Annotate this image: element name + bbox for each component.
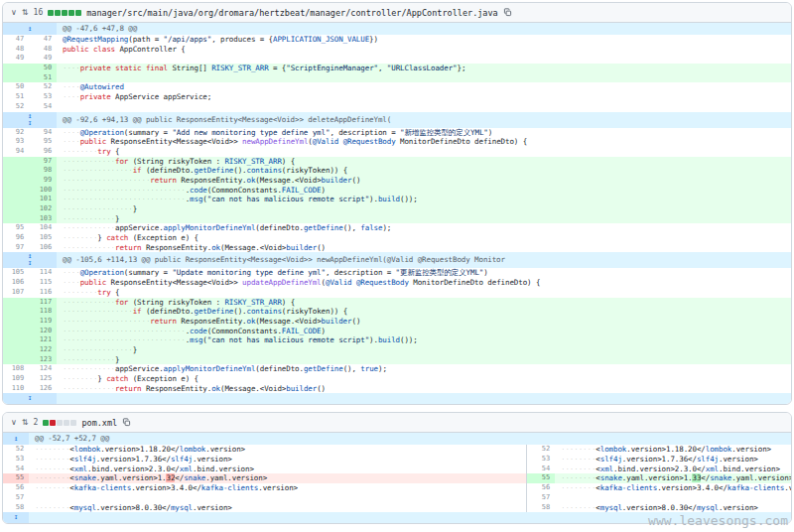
old-line-number[interactable] (3, 73, 29, 83)
new-line-number[interactable]: 123 (29, 355, 57, 365)
old-line-number[interactable]: 49 (3, 54, 29, 64)
new-line-number[interactable]: 47 (29, 35, 57, 45)
old-line-number[interactable]: 109 (3, 374, 29, 384)
new-line-number[interactable]: 57 (527, 493, 555, 503)
expand-up-button[interactable]: ↥ (3, 23, 57, 35)
old-line-number[interactable]: 94 (3, 147, 29, 157)
new-line-number[interactable]: 54 (29, 102, 57, 112)
old-line-number[interactable]: 93 (3, 137, 29, 147)
old-line-number[interactable]: 47 (3, 35, 29, 45)
old-line-number[interactable] (3, 317, 29, 327)
new-line-number[interactable]: 48 (29, 45, 57, 55)
old-line-number[interactable]: 50 (3, 82, 29, 92)
old-line-number[interactable]: 51 (3, 92, 29, 102)
expand-up-button[interactable]: ↥ (3, 433, 29, 445)
new-line-number[interactable]: 105 (29, 233, 57, 243)
new-line-number[interactable]: 52 (29, 82, 57, 92)
code-token: xml (180, 465, 193, 473)
new-line-number[interactable]: 122 (29, 345, 57, 355)
expand-down-button[interactable]: ↧ (3, 393, 57, 404)
diff-line-pair: 56········<kafka-clients.version>3.4.0</… (3, 483, 791, 493)
copy-path-icon[interactable] (122, 418, 131, 427)
new-line-number[interactable]: 102 (29, 204, 57, 214)
expand-all-icon[interactable]: ⇅ (22, 9, 29, 17)
new-line-number[interactable]: 52 (527, 445, 555, 455)
new-line-number[interactable]: 121 (29, 335, 57, 345)
new-line-number[interactable]: 119 (29, 317, 57, 327)
old-line-number[interactable]: 97 (3, 243, 29, 253)
new-line-number[interactable]: 103 (29, 214, 57, 224)
new-line-number[interactable]: 120 (29, 327, 57, 336)
code-token: } (97, 233, 106, 242)
new-line-number[interactable]: 53 (527, 455, 555, 465)
expand-down-button[interactable]: ↧ (3, 512, 29, 523)
old-line-number[interactable]: 52 (3, 445, 29, 455)
new-line-number[interactable]: 58 (527, 503, 555, 513)
expand-both-button[interactable]: ↥ ↧ (3, 112, 57, 128)
new-line-number[interactable]: 125 (29, 374, 57, 384)
old-line-number[interactable]: 52 (3, 102, 29, 112)
old-line-number[interactable] (3, 298, 29, 308)
old-line-number[interactable] (3, 355, 29, 365)
collapse-file-icon[interactable]: ∨ (11, 9, 17, 17)
expand-all-icon[interactable]: ⇅ (22, 419, 29, 427)
new-line-number[interactable]: 96 (29, 147, 57, 157)
new-line-number[interactable]: 118 (29, 307, 57, 317)
old-line-number[interactable]: 92 (3, 128, 29, 138)
old-line-number[interactable] (3, 157, 29, 167)
new-line-number[interactable]: 117 (29, 298, 57, 308)
new-line-number[interactable]: 101 (29, 195, 57, 204)
new-line-number[interactable]: 51 (29, 73, 57, 83)
old-line-number[interactable]: 95 (3, 223, 29, 233)
code-token: MonitorDefineDto defineDto) { (396, 137, 527, 146)
new-line-number[interactable]: 104 (29, 223, 57, 233)
copy-path-icon[interactable] (503, 8, 512, 17)
new-line-number[interactable]: 54 (527, 465, 555, 474)
new-line-number[interactable]: 99 (29, 176, 57, 186)
new-line-number[interactable]: 49 (29, 54, 57, 64)
new-line-number[interactable]: 94 (29, 128, 57, 138)
new-line-number[interactable]: 56 (527, 483, 555, 493)
old-line-number[interactable]: 56 (3, 483, 29, 493)
old-line-number[interactable]: 58 (3, 503, 29, 513)
old-line-number[interactable] (3, 195, 29, 204)
code-token: return (150, 176, 177, 185)
new-line-number[interactable]: 124 (29, 364, 57, 374)
old-line-number[interactable]: 48 (3, 45, 29, 55)
old-line-number[interactable]: 106 (3, 278, 29, 288)
new-line-number[interactable]: 55 (527, 473, 555, 483)
new-line-number[interactable]: 98 (29, 166, 57, 176)
old-line-number[interactable]: 110 (3, 384, 29, 394)
old-line-number[interactable] (3, 204, 29, 214)
new-line-number[interactable]: 53 (29, 92, 57, 102)
old-line-number[interactable]: 57 (3, 493, 29, 503)
new-line-number[interactable]: 126 (29, 384, 57, 394)
new-line-number[interactable]: 116 (29, 288, 57, 298)
old-line-number[interactable]: 105 (3, 268, 29, 278)
new-line-number[interactable]: 100 (29, 186, 57, 196)
new-line-number[interactable]: 50 (29, 64, 57, 73)
old-line-number[interactable]: 53 (3, 455, 29, 465)
new-line-number[interactable]: 97 (29, 157, 57, 167)
old-line-number[interactable]: 96 (3, 233, 29, 243)
expand-both-button[interactable]: ↥ ↧ (3, 252, 57, 268)
old-line-number[interactable]: 107 (3, 288, 29, 298)
old-line-number[interactable]: 108 (3, 364, 29, 374)
old-line-number[interactable] (3, 214, 29, 224)
old-line-number[interactable] (3, 335, 29, 345)
collapse-file-icon[interactable]: ∨ (11, 419, 17, 427)
code-token: (defineDto. (255, 223, 304, 232)
old-line-number[interactable] (3, 327, 29, 336)
new-line-number[interactable]: 115 (29, 278, 57, 288)
new-line-number[interactable]: 106 (29, 243, 57, 253)
old-line-number[interactable]: 55 (3, 473, 29, 483)
old-line-number[interactable] (3, 186, 29, 196)
new-line-number[interactable]: 95 (29, 137, 57, 147)
old-line-number[interactable] (3, 64, 29, 73)
old-line-number[interactable]: 54 (3, 465, 29, 474)
old-line-number[interactable] (3, 176, 29, 186)
new-line-number[interactable]: 114 (29, 268, 57, 278)
old-line-number[interactable] (3, 166, 29, 176)
old-line-number[interactable] (3, 345, 29, 355)
old-line-number[interactable] (3, 307, 29, 317)
